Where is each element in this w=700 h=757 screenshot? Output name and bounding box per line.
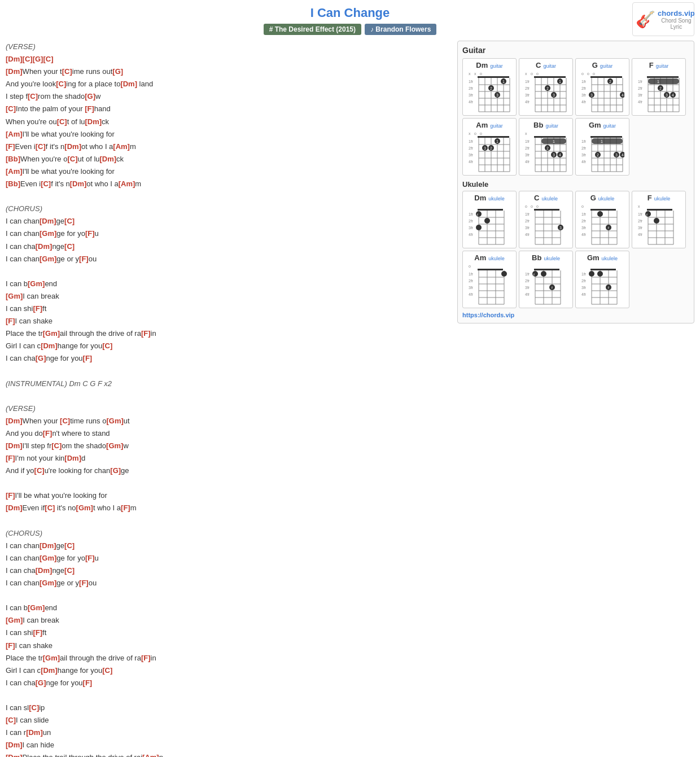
chord-C[interactable]: [C] [67, 155, 77, 163]
chord-Gm[interactable]: [Gm] [40, 255, 56, 263]
chord-F[interactable]: [F] [79, 579, 89, 587]
chord-Dm[interactable]: [Dm] [6, 741, 23, 749]
chord-Gm[interactable]: [Gm] [43, 329, 60, 338]
chord-Dm[interactable]: [Dm] [64, 454, 81, 462]
chord-G[interactable]: [G] [36, 354, 46, 362]
chord-F[interactable]: [F] [83, 354, 93, 362]
chord-C[interactable]: [C] [102, 666, 112, 675]
chord-Dm[interactable]: [Dm] [64, 142, 81, 151]
ukulele-link-c[interactable]: ukulele [541, 196, 558, 202]
chord-C[interactable]: [C] [64, 242, 75, 251]
guitar-link-dm[interactable]: guitar [490, 63, 503, 69]
chord-C[interactable]: [C] [102, 342, 112, 350]
guitar-link-c[interactable]: guitar [543, 63, 556, 69]
chord-C[interactable]: [C] [23, 55, 33, 63]
chord-C[interactable]: [C] [41, 180, 51, 188]
chord-F[interactable]: [F] [6, 454, 15, 462]
chord-F[interactable]: [F] [141, 654, 151, 662]
chord-F[interactable]: [F] [83, 679, 93, 687]
chord-Am[interactable]: [Am] [113, 142, 130, 151]
chord-G[interactable]: [G] [110, 466, 121, 475]
chord-Gm[interactable]: [Gm] [106, 441, 123, 450]
chord-C[interactable]: [C] [28, 92, 38, 100]
chord-F[interactable]: [F] [85, 104, 94, 113]
chord-F[interactable]: [F] [6, 142, 15, 151]
chord-Dm[interactable]: [Dm] [100, 155, 117, 163]
chord-F[interactable]: [F] [85, 229, 95, 238]
ukulele-link-am[interactable]: ukulele [488, 256, 505, 261]
chord-Dm[interactable]: [Dm] [6, 55, 23, 63]
chord-F[interactable]: [F] [79, 255, 89, 263]
chord-Am[interactable]: [Am] [6, 167, 23, 176]
chord-Dm[interactable]: [Dm] [6, 441, 23, 450]
chord-G[interactable]: [G] [112, 67, 123, 76]
chord-C[interactable]: [C] [62, 67, 72, 76]
chord-C[interactable]: [C] [56, 80, 66, 88]
chord-Bb[interactable]: [Bb] [6, 180, 20, 188]
chord-Gm[interactable]: [Gm] [106, 417, 123, 425]
chord-G[interactable]: [G] [36, 679, 46, 687]
chord-Dm[interactable]: [Dm] [41, 666, 58, 675]
chord-F[interactable]: [F] [33, 304, 42, 313]
chord-C[interactable]: [C] [43, 55, 53, 63]
chord-Dm[interactable]: [Dm] [41, 342, 58, 350]
chord-url[interactable]: https://chords.vip [462, 312, 689, 318]
ukulele-link-dm[interactable]: ukulele [488, 196, 505, 202]
chord-Am[interactable]: [Am] [6, 130, 23, 138]
chord-Gm[interactable]: [Gm] [40, 554, 56, 562]
chord-Gm[interactable]: [Gm] [40, 579, 56, 587]
chord-C[interactable]: [C] [60, 417, 70, 425]
chord-C[interactable]: [C] [34, 466, 45, 475]
chord-Gm[interactable]: [Gm] [76, 504, 93, 512]
chord-C[interactable]: [C] [64, 217, 75, 225]
chord-Dm[interactable]: [Dm] [40, 541, 56, 550]
chord-C[interactable]: [C] [6, 716, 16, 724]
chord-C[interactable]: [C] [45, 504, 55, 512]
chord-C[interactable]: [C] [64, 541, 75, 550]
guitar-link-g[interactable]: guitar [600, 63, 613, 69]
chord-F[interactable]: [F] [6, 317, 15, 325]
chord-C[interactable]: [C] [6, 104, 16, 113]
guitar-link-bb[interactable]: guitar [545, 123, 558, 129]
chord-Gm[interactable]: [Gm] [43, 654, 60, 662]
ukulele-link-gm[interactable]: ukulele [602, 256, 618, 261]
chord-Am[interactable]: [Am] [142, 753, 159, 757]
chord-C[interactable]: [C] [64, 566, 75, 575]
chord-Dm[interactable]: [Dm] [36, 242, 53, 251]
chord-C[interactable]: [C] [29, 703, 39, 712]
chord-Dm[interactable]: [Dm] [85, 117, 102, 126]
chord-C[interactable]: [C] [36, 142, 46, 151]
chord-Dm[interactable]: [Dm] [26, 728, 43, 737]
chord-Dm[interactable]: [Dm] [36, 566, 53, 575]
chord-Dm[interactable]: [Dm] [70, 180, 87, 188]
guitar-link-am[interactable]: guitar [490, 123, 503, 129]
chord-F[interactable]: [F] [33, 628, 42, 637]
chord-F[interactable]: [F] [6, 641, 15, 650]
artist-badge[interactable]: ♪ Brandon Flowers [365, 24, 436, 35]
chord-Gm[interactable]: [Gm] [6, 292, 23, 300]
ukulele-link-bb[interactable]: ukulele [544, 256, 560, 261]
chord-Am[interactable]: [Am] [119, 180, 135, 188]
chord-G[interactable]: [G] [85, 92, 95, 100]
chord-Dm[interactable]: [Dm] [40, 217, 56, 225]
chord-F[interactable]: [F] [6, 491, 15, 500]
chord-C[interactable]: [C] [51, 441, 62, 450]
chord-F[interactable]: [F] [85, 554, 95, 562]
chord-F[interactable]: [F] [121, 504, 130, 512]
guitar-link-gm[interactable]: guitar [603, 123, 616, 129]
ukulele-link-g[interactable]: ukulele [598, 196, 615, 202]
guitar-link-f[interactable]: guitar [656, 63, 669, 69]
chord-F[interactable]: [F] [43, 429, 53, 437]
album-badge[interactable]: # The Desired Effect (2015) [264, 24, 361, 35]
chord-Gm[interactable]: [Gm] [28, 279, 45, 288]
chord-G[interactable]: [G] [33, 55, 43, 63]
chord-Gm[interactable]: [Gm] [6, 616, 23, 624]
chord-Dm[interactable]: [Dm] [6, 417, 23, 425]
chord-Dm[interactable]: [Dm] [6, 753, 23, 757]
logo[interactable]: 🎸 chords.vip Chord Song Lyric [632, 2, 694, 36]
ukulele-link-f[interactable]: ukulele [654, 196, 671, 202]
chord-C[interactable]: [C] [57, 117, 67, 126]
chord-Gm[interactable]: [Gm] [28, 603, 45, 612]
chord-Gm[interactable]: [Gm] [40, 229, 56, 238]
chord-F[interactable]: [F] [141, 329, 151, 338]
